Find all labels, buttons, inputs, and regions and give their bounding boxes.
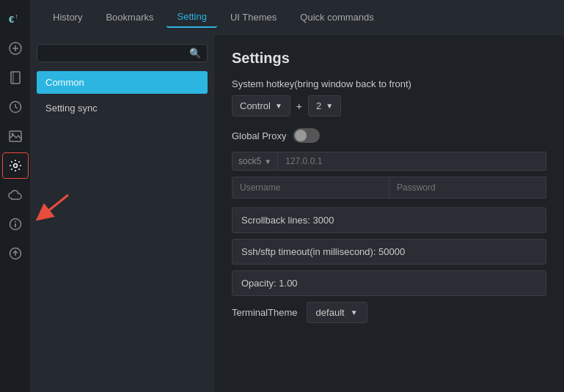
hotkey-key-dropdown[interactable]: 2 ▼ (308, 95, 341, 117)
username-input[interactable] (232, 177, 389, 199)
proxy-type-value: sock5 (238, 156, 261, 166)
tab-setting[interactable]: Setting (166, 7, 216, 28)
global-proxy-toggle[interactable] (293, 128, 320, 143)
left-panel: 🔍 Common Setting sync (31, 35, 214, 392)
proxy-host-input[interactable] (278, 152, 546, 171)
proxy-type-select[interactable]: sock5 ▼ (232, 152, 278, 171)
svg-text:€: € (9, 14, 14, 25)
hotkey-row: Control ▼ + 2 ▼ (232, 95, 546, 117)
toggle-knob (295, 130, 307, 141)
hotkey-modifier-value: Control (240, 100, 271, 111)
chevron-down-icon: ▼ (275, 102, 282, 110)
svg-text:↑: ↑ (15, 12, 18, 21)
svg-rect-5 (11, 72, 20, 84)
settings-title: Settings (232, 50, 546, 67)
search-icon: 🔍 (189, 48, 201, 59)
menu-item-common[interactable]: Common (37, 71, 208, 94)
right-panel: Settings System hotkey(bring window back… (214, 35, 564, 392)
tab-quick-commands[interactable]: Quick commands (290, 7, 384, 27)
plus-sign: + (296, 100, 302, 112)
hotkey-label: System hotkey(bring window back to front… (232, 78, 546, 89)
timeout-row[interactable]: Ssh/sftp timeout(in millisecond): 50000 (232, 239, 546, 265)
password-input[interactable] (389, 177, 546, 199)
terminal-theme-row: TerminalTheme default ▼ (232, 302, 546, 323)
history-sidebar-icon[interactable] (2, 94, 29, 120)
search-box[interactable]: 🔍 (37, 44, 208, 62)
tab-ui-themes[interactable]: UI Themes (220, 7, 287, 27)
settings-sidebar-icon[interactable] (2, 152, 29, 179)
sidebar: € ↑ (0, 0, 31, 392)
terminal-theme-dropdown[interactable]: default ▼ (307, 302, 367, 323)
cloud-sidebar-icon[interactable] (2, 182, 29, 208)
proxy-inputs: sock5 ▼ (232, 152, 546, 171)
global-proxy-label: Global Proxy (232, 130, 286, 141)
menu-item-setting-sync[interactable]: Setting sync (37, 97, 208, 119)
hotkey-key-value: 2 (316, 100, 321, 111)
theme-chevron-icon: ▼ (351, 308, 358, 317)
info-sidebar-icon[interactable] (2, 211, 29, 237)
chevron-down-icon-2: ▼ (326, 102, 333, 110)
terminal-theme-value: default (316, 307, 345, 318)
scrollback-row[interactable]: Scrollback lines: 3000 (232, 207, 546, 233)
tab-bookmarks[interactable]: Bookmarks (95, 7, 164, 27)
main-content: History Bookmarks Setting UI Themes Quic… (31, 0, 564, 392)
credentials-row (232, 177, 546, 199)
opacity-row[interactable]: Opacity: 1.00 (232, 270, 546, 296)
svg-point-10 (13, 164, 17, 168)
tab-history[interactable]: History (43, 7, 92, 27)
proxy-type-chevron: ▼ (264, 158, 271, 166)
content-area: 🔍 Common Setting sync Settings System ho… (31, 35, 564, 392)
search-input[interactable] (43, 48, 189, 59)
upload-sidebar-icon[interactable] (2, 240, 29, 267)
bookmark-sidebar-icon[interactable] (2, 64, 29, 91)
tab-bar: History Bookmarks Setting UI Themes Quic… (31, 0, 564, 35)
svg-point-13 (15, 221, 16, 223)
image-sidebar-icon[interactable] (2, 123, 29, 149)
proxy-row: Global Proxy (232, 128, 546, 143)
terminal-theme-label: TerminalTheme (232, 307, 298, 318)
add-tab-icon[interactable] (2, 35, 29, 62)
hotkey-modifier-dropdown[interactable]: Control ▼ (232, 95, 290, 117)
logo-icon: € ↑ (2, 6, 29, 32)
